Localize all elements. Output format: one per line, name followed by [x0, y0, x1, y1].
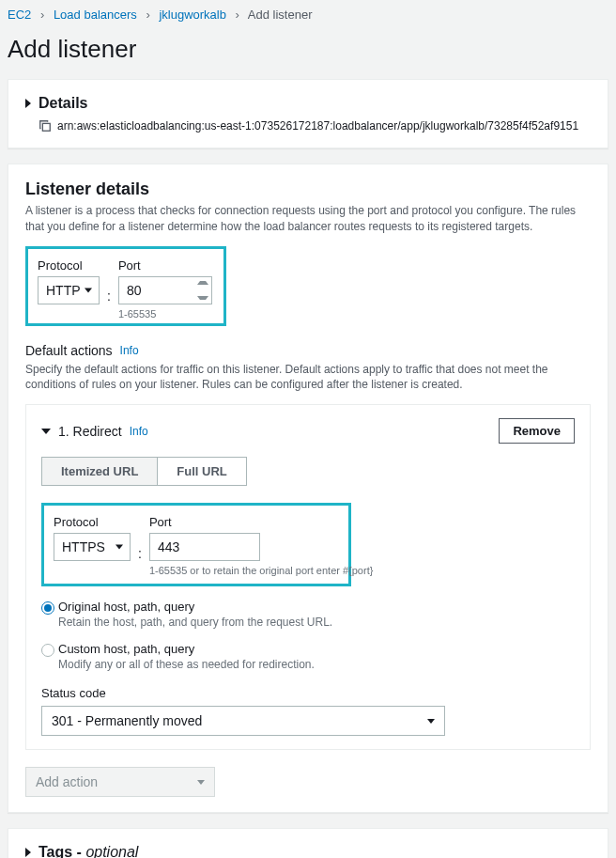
tags-header[interactable]: Tags - optional	[25, 844, 591, 858]
breadcrumb: EC2 › Load balancers › jklugworkalb › Ad…	[8, 8, 608, 31]
radio-custom[interactable]	[41, 644, 54, 657]
default-actions-desc: Specify the default actions for traffic …	[25, 362, 591, 394]
protocol-select[interactable]: HTTP	[38, 276, 100, 304]
listener-title: Listener details	[25, 179, 591, 199]
radio-custom-label[interactable]: Custom host, path, query	[58, 642, 315, 656]
status-code-label: Status code	[41, 686, 575, 700]
svg-rect-0	[42, 123, 50, 131]
redirect-port-input[interactable]: 443	[149, 533, 260, 561]
redirect-protocol-label: Protocol	[54, 515, 131, 529]
chevron-right-icon: ›	[236, 8, 239, 22]
add-action-select: Add action	[25, 767, 215, 797]
status-code-value: 301 - Permanently moved	[52, 713, 202, 728]
status-code-select[interactable]: 301 - Permanently moved	[41, 706, 445, 736]
page-title: Add listener	[8, 35, 608, 64]
port-label: Port	[118, 258, 212, 273]
colon-sep: :	[138, 531, 142, 561]
redirect-port-value: 443	[158, 539, 179, 554]
url-tabs: Itemized URL Full URL	[41, 457, 575, 486]
tab-itemized-url[interactable]: Itemized URL	[41, 457, 158, 486]
radio-original[interactable]	[41, 601, 54, 615]
caret-down-icon	[197, 780, 205, 785]
redirect-protocol-port-highlight: Protocol HTTPS : Port 443 1-65535 or to …	[41, 503, 351, 586]
caret-down-icon	[116, 545, 123, 550]
details-header[interactable]: Details	[25, 95, 591, 112]
port-help: 1-65535	[118, 308, 212, 320]
copy-icon[interactable]	[38, 119, 52, 133]
colon-sep: :	[107, 273, 111, 304]
port-value: 80	[127, 283, 142, 298]
chevron-right-icon: ›	[40, 8, 44, 22]
add-action-label: Add action	[36, 774, 98, 789]
caret-right-icon	[25, 96, 38, 111]
arn-value: arn:aws:elasticloadbalancing:us-east-1:0…	[57, 119, 578, 133]
caret-down-icon	[427, 719, 435, 724]
redirect-port-help: 1-65535 or to retain the original port e…	[149, 565, 374, 576]
tab-full-url[interactable]: Full URL	[158, 457, 246, 486]
details-title: Details	[38, 95, 87, 112]
details-panel: Details arn:aws:elasticloadbalancing:us-…	[8, 79, 608, 148]
breadcrumb-name[interactable]: jklugworkalb	[159, 8, 226, 22]
protocol-label: Protocol	[38, 258, 100, 273]
protocol-value: HTTP	[46, 283, 81, 298]
redirect-protocol-value: HTTPS	[62, 539, 105, 554]
caret-right-icon	[25, 845, 38, 858]
caret-down-icon	[85, 288, 92, 292]
remove-button[interactable]: Remove	[499, 418, 575, 444]
tags-title-text: Tags -	[38, 844, 85, 858]
tags-title: Tags - optional	[38, 844, 138, 858]
listener-panel: Listener details A listener is a process…	[8, 164, 608, 813]
port-input[interactable]: 80	[118, 276, 212, 304]
tags-panel: Tags - optional Consider adding tags to …	[8, 828, 608, 858]
breadcrumb-lb[interactable]: Load balancers	[54, 8, 137, 22]
redirect-info-link[interactable]: Info	[130, 425, 148, 438]
default-actions-title: Default actions	[25, 343, 113, 358]
default-actions-info-link[interactable]: Info	[120, 344, 139, 357]
redirect-panel: 1. Redirect Info Remove Itemized URL Ful…	[25, 404, 591, 750]
number-stepper-icon[interactable]	[197, 281, 208, 300]
redirect-protocol-select[interactable]: HTTPS	[54, 533, 131, 561]
tags-optional: optional	[85, 844, 138, 858]
radio-original-label[interactable]: Original host, path, query	[58, 600, 332, 614]
listener-desc: A listener is a process that checks for …	[25, 203, 591, 235]
listener-protocol-port-highlight: Protocol HTTP : Port 80 1-65535	[25, 246, 226, 326]
radio-custom-desc: Modify any or all of these as needed for…	[58, 658, 315, 671]
chevron-right-icon: ›	[146, 8, 149, 22]
breadcrumb-ec2[interactable]: EC2	[8, 8, 31, 22]
caret-down-icon	[41, 424, 58, 439]
redirect-header[interactable]: 1. Redirect Info	[41, 424, 148, 439]
redirect-port-label: Port	[149, 515, 374, 529]
redirect-title: 1. Redirect	[58, 424, 122, 439]
breadcrumb-current: Add listener	[248, 8, 313, 22]
radio-original-desc: Retain the host, path, and query from th…	[58, 616, 332, 629]
